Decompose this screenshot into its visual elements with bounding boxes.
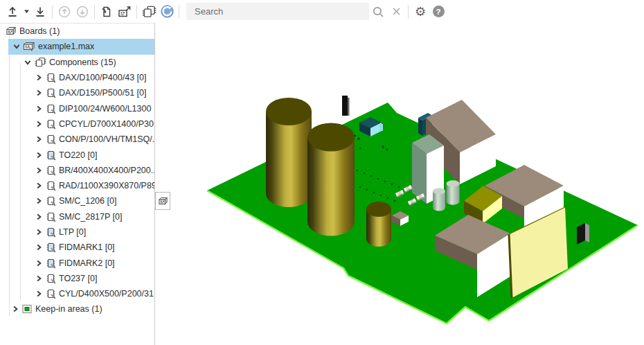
tree-item-component[interactable]: CYL/D400X500/P200/31 ... [0, 286, 154, 301]
tree-item-component[interactable]: FIDMARK2 [0] [0, 255, 154, 270]
capacitor-cylinder-large-1[interactable] [266, 98, 312, 207]
upload-button[interactable] [3, 3, 21, 21]
chevron-right-icon[interactable] [35, 197, 43, 205]
component-chip-icon [45, 288, 56, 299]
component-chip-icon [45, 165, 56, 176]
search-box[interactable] [186, 3, 369, 20]
chevron-down-icon[interactable] [12, 42, 21, 51]
toolbar-separator [94, 5, 95, 19]
component-chip-icon [45, 72, 56, 83]
clear-search-button[interactable] [387, 3, 405, 21]
chevron-down-icon[interactable] [24, 58, 32, 67]
tree-item-component[interactable]: DAX/D150/P500/51 [0] [0, 85, 154, 100]
tree-item-component[interactable]: SM/C_2817P [0] [0, 209, 154, 224]
move-down-button[interactable] [73, 3, 91, 21]
capacitor-cylinder-large-2[interactable] [307, 123, 355, 236]
component-chip-icon [45, 227, 56, 238]
tree-item-component[interactable]: CON/P/100/VH/TM1SQ/... [0, 132, 154, 147]
search-icon [371, 5, 385, 19]
toolbar-separator [136, 5, 137, 19]
component-chip-icon [45, 150, 56, 161]
tree-item-label: SM/C_1206 [0] [59, 196, 116, 206]
component-list: DAX/D100/P400/43 [0] DAX/D150/P500/51 [0… [0, 70, 154, 301]
upload-menu-button[interactable] [21, 3, 31, 21]
help-button[interactable]: ? [429, 3, 447, 21]
move-up-button[interactable] [55, 3, 73, 21]
tree-item-label: LTP [0] [59, 227, 86, 237]
tree-item-label: CYL/D400X500/P200/31 ... [59, 289, 154, 299]
tree-item-label: FIDMARK2 [0] [59, 258, 115, 268]
copy-page-icon [100, 5, 114, 19]
help-icon: ? [433, 6, 445, 17]
tree-item-component[interactable]: TO220 [0] [0, 147, 154, 162]
tree-item-label: RAD/1100X390X870/P89... [59, 181, 154, 191]
component-chip-icon [45, 103, 56, 114]
chevron-right-icon[interactable] [35, 73, 43, 82]
download-icon [33, 5, 47, 19]
tree-item-label: Keep-in areas (1) [35, 304, 102, 314]
components-stack-icon [141, 5, 156, 19]
toolbar-separator [179, 5, 179, 19]
settings-button[interactable]: ⚙ [411, 3, 429, 21]
chevron-right-icon[interactable] [35, 120, 43, 128]
tree-item-component[interactable]: SM/C_1206 [0] [0, 193, 154, 209]
main-toolbar: ⚙ ? [0, 0, 644, 23]
tree-item-label: BR/400X400X400/P200... [59, 166, 154, 175]
board-icon [158, 196, 168, 206]
component-chip-icon [45, 211, 56, 222]
search-button[interactable] [369, 3, 387, 21]
gear-icon: ⚙ [415, 6, 426, 18]
tree-item-label: SM/C_2817P [0] [59, 212, 123, 222]
tree-item-component[interactable]: DAX/D100/P400/43 [0] [0, 70, 154, 85]
tree-item-label: TO220 [0] [59, 150, 97, 160]
component-chip-icon [45, 242, 56, 253]
tree-item-components[interactable]: Components (15) [0, 55, 154, 70]
refresh-button[interactable] [158, 3, 176, 21]
chevron-right-icon[interactable] [35, 228, 43, 236]
refresh-icon [160, 4, 175, 19]
tree-item-component[interactable]: LTP [0] [0, 224, 154, 240]
tree-item-boards[interactable]: Boards (1) [0, 24, 154, 39]
chevron-right-icon[interactable] [35, 166, 43, 175]
chevron-right-icon[interactable] [35, 290, 43, 298]
boards-panel-tab[interactable] [155, 192, 170, 210]
tree-item-label: example1.max [38, 42, 94, 51]
component-chip-icon [45, 195, 56, 206]
chevron-right-icon[interactable] [35, 89, 43, 97]
capacitor-cylinder-small[interactable] [366, 202, 391, 247]
search-input[interactable] [193, 6, 362, 17]
chevron-right-icon[interactable] [35, 259, 43, 267]
tree-item-component[interactable]: FIDMARK1 [0] [0, 240, 154, 255]
tree-item-component[interactable]: BR/400X400X400/P200... [0, 163, 154, 178]
tree-item-label: DIP100/24/W600/L1300 ... [59, 104, 154, 114]
tree-item-label: CON/P/100/VH/TM1SQ/... [59, 134, 154, 144]
tree-item-label: DAX/D100/P400/43 [0] [59, 73, 146, 82]
chevron-right-icon[interactable] [35, 182, 43, 190]
black-pin[interactable] [342, 96, 350, 116]
chevron-right-icon[interactable] [35, 213, 43, 221]
chevron-right-icon[interactable] [35, 135, 43, 143]
chevron-right-icon[interactable] [35, 151, 43, 159]
tree-item-component[interactable]: RAD/1100X390X870/P89... [0, 178, 154, 193]
tree-item-label: FIDMARK1 [0] [59, 242, 115, 252]
tree-item-board-example1[interactable]: example1.max [8, 39, 154, 54]
tree-item-component[interactable]: TO237 [0] [0, 271, 154, 286]
black-box-small[interactable] [577, 223, 589, 245]
chevron-right-icon[interactable] [35, 243, 43, 251]
components-stack-icon [34, 57, 46, 68]
boards-icon [6, 26, 17, 37]
chevron-right-icon[interactable] [35, 274, 43, 283]
chevron-right-icon[interactable] [11, 305, 19, 313]
chevron-right-icon[interactable] [35, 105, 43, 113]
close-icon [391, 6, 402, 17]
components-button[interactable] [140, 3, 158, 21]
toolbar-separator [52, 5, 53, 19]
component-chip-icon [45, 87, 56, 98]
tree-item-component[interactable]: DIP100/24/W600/L1300 ... [0, 100, 154, 116]
download-button[interactable] [31, 3, 49, 21]
open-board-button[interactable] [116, 3, 134, 21]
tree-item-component[interactable]: CPCYL/D700X1400/P30... [0, 116, 154, 132]
board-icon [23, 41, 35, 52]
copy-button[interactable] [98, 3, 116, 21]
tree-item-keepin-areas[interactable]: Keep-in areas (1) [0, 301, 154, 317]
